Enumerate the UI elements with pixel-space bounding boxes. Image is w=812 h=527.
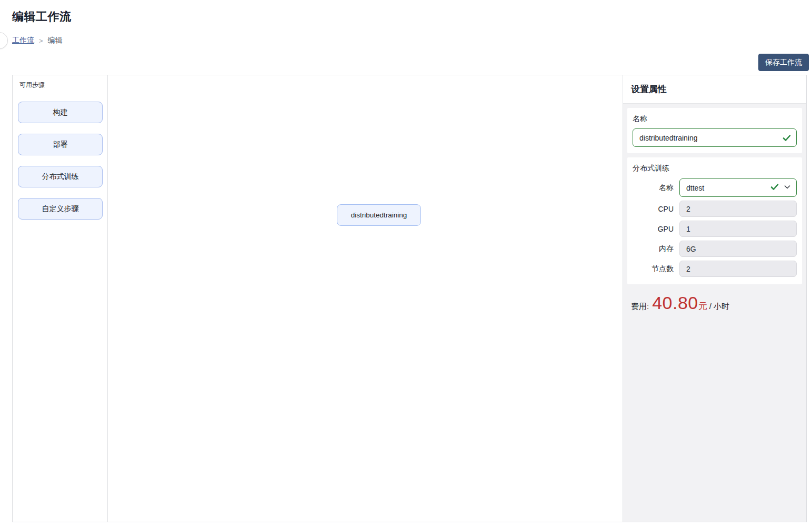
- cost-label: 费用:: [631, 302, 649, 312]
- training-name-value: dttest: [686, 184, 770, 192]
- breadcrumb-link-workflows[interactable]: 工作流: [12, 36, 34, 45]
- cost-line: 费用: 40.80 元 / 小时: [631, 293, 802, 313]
- step-palette: 构建 部署 分布式训练 自定义步骤: [18, 102, 103, 220]
- form-row-nodes: 节点数 2: [633, 261, 797, 277]
- training-name-label: 名称: [633, 183, 674, 193]
- distributed-training-card: 分布式训练 名称 dttest: [627, 157, 802, 284]
- check-icon: [770, 182, 779, 193]
- cost-per-hour: / 小时: [709, 302, 729, 312]
- collapsed-drawer-handle[interactable]: [0, 32, 8, 49]
- workflow-editor-area: 可用步骤 构建 部署 分布式训练 自定义步骤 distributedtraini…: [12, 75, 807, 522]
- name-field-label: 名称: [633, 114, 797, 124]
- memory-label: 内存: [633, 244, 674, 254]
- properties-panel-title: 设置属性: [623, 75, 806, 104]
- cost-unit: 元: [698, 300, 707, 312]
- form-row-gpu: GPU 1: [633, 221, 797, 237]
- cost-amount: 40.80: [652, 293, 698, 313]
- step-build[interactable]: 构建: [18, 102, 103, 123]
- node-count-label: 节点数: [633, 264, 674, 274]
- cpu-label: CPU: [633, 205, 674, 213]
- breadcrumb-current: 编辑: [48, 36, 63, 45]
- training-name-select[interactable]: dttest: [679, 178, 797, 197]
- cpu-value-field: 2: [679, 201, 797, 217]
- step-deploy[interactable]: 部署: [18, 134, 103, 155]
- gpu-label: GPU: [633, 225, 674, 233]
- workflow-node-distributedtraining[interactable]: distributedtraining: [337, 204, 421, 226]
- form-row-memory: 内存 6G: [633, 241, 797, 257]
- memory-value-field: 6G: [679, 241, 797, 257]
- node-count-value-field: 2: [679, 261, 797, 277]
- chevron-down-icon: [784, 183, 791, 192]
- form-row-cpu: CPU 2: [633, 201, 797, 217]
- form-row-name: 名称 dttest: [633, 178, 797, 197]
- step-custom[interactable]: 自定义步骤: [18, 198, 103, 220]
- workflow-canvas[interactable]: distributedtraining: [108, 75, 623, 522]
- sidebar-heading: 可用步骤: [19, 81, 45, 90]
- check-icon: [782, 133, 791, 143]
- available-steps-sidebar: 可用步骤 构建 部署 分布式训练 自定义步骤: [13, 75, 108, 522]
- node-name-input[interactable]: [633, 128, 797, 147]
- breadcrumb-separator: >: [39, 37, 43, 45]
- gpu-value-field: 1: [679, 221, 797, 237]
- save-workflow-button[interactable]: 保存工作流: [758, 54, 809, 71]
- name-card: 名称: [627, 108, 802, 153]
- properties-panel-body: 名称 分布式训练 名称 dttest: [623, 104, 806, 522]
- distributed-training-heading: 分布式训练: [633, 164, 797, 173]
- page-title: 编辑工作流: [12, 9, 72, 25]
- step-distributed-training[interactable]: 分布式训练: [18, 166, 103, 187]
- properties-panel: 设置属性 名称 分布式训练 名称 dttest: [623, 75, 806, 522]
- breadcrumb: 工作流 > 编辑: [12, 36, 63, 45]
